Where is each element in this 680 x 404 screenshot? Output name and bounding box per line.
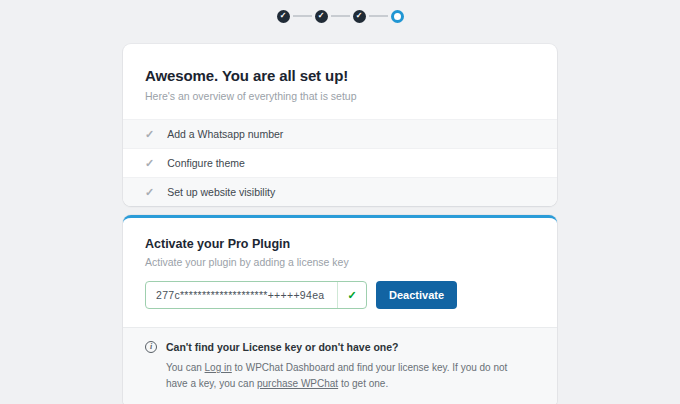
license-key-row: ✓ Deactivate: [145, 281, 535, 309]
check-icon: ✓: [145, 129, 154, 140]
step-4-active: [391, 10, 404, 23]
checklist-item-theme: ✓ Configure theme: [123, 148, 557, 177]
setup-stepper: ✓ ✓ ✓: [0, 0, 680, 23]
license-key-input[interactable]: [146, 282, 337, 308]
step-connector: [369, 15, 388, 17]
license-card-body: Activate your Pro Plugin Activate your p…: [123, 218, 557, 327]
check-icon: ✓: [347, 289, 356, 302]
help-body-text: You can Log in to WPChat Dashboard and f…: [166, 360, 511, 392]
info-icon: i: [145, 341, 157, 353]
summary-card: Awesome. You are all set up! Here's an o…: [123, 44, 557, 206]
checklist-label: Configure theme: [167, 157, 245, 169]
step-connector: [293, 15, 312, 17]
help-heading: Can't find your License key or don't hav…: [166, 341, 399, 353]
purchase-wpchat-link[interactable]: purchase WPChat: [257, 378, 338, 389]
license-card-subtitle: Activate your plugin by adding a license…: [145, 256, 535, 268]
help-text: to get one.: [338, 378, 388, 389]
deactivate-button[interactable]: Deactivate: [376, 281, 457, 309]
license-card: Activate your Pro Plugin Activate your p…: [123, 215, 557, 404]
page-subtitle: Here's an overview of everything that is…: [145, 90, 535, 102]
step-1-complete: ✓: [277, 10, 290, 23]
license-help-section: i Can't find your License key or don't h…: [123, 327, 557, 404]
login-link[interactable]: Log in: [205, 362, 232, 373]
step-connector: [331, 15, 350, 17]
check-icon: ✓: [318, 12, 325, 20]
license-card-title: Activate your Pro Plugin: [145, 237, 535, 251]
summary-header: Awesome. You are all set up! Here's an o…: [123, 44, 557, 119]
check-icon: ✓: [145, 158, 154, 169]
license-key-field-wrapper: ✓: [145, 281, 367, 309]
license-valid-indicator: ✓: [337, 282, 366, 308]
check-icon: ✓: [356, 12, 363, 20]
page-title: Awesome. You are all set up!: [145, 67, 535, 84]
help-text: You can: [166, 362, 205, 373]
setup-wizard: Awesome. You are all set up! Here's an o…: [123, 44, 557, 404]
step-2-complete: ✓: [315, 10, 328, 23]
checklist-item-whatsapp: ✓ Add a Whatsapp number: [123, 119, 557, 148]
help-heading-row: i Can't find your License key or don't h…: [145, 341, 535, 353]
check-icon: ✓: [280, 12, 287, 20]
checklist-item-visibility: ✓ Set up website visibility: [123, 177, 557, 206]
checklist-label: Add a Whatsapp number: [167, 128, 283, 140]
checklist-label: Set up website visibility: [167, 186, 275, 198]
step-3-complete: ✓: [353, 10, 366, 23]
check-icon: ✓: [145, 187, 154, 198]
